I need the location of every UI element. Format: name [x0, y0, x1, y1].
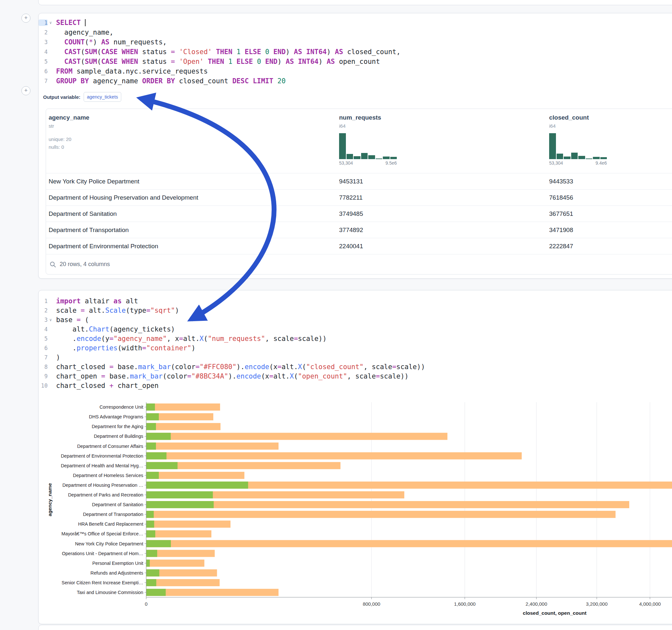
fold-caret-icon[interactable]: ∨	[48, 20, 53, 25]
output-variable-chip[interactable]: agency_tickets	[83, 92, 121, 102]
line-number: 4	[39, 49, 48, 55]
code-text: CAST(SUM(CASE WHEN status = 'Closed' THE…	[53, 48, 400, 56]
column-header-agency_name[interactable]: agency_namestrunique: 20nulls: 0	[49, 114, 90, 151]
gridlines	[371, 402, 650, 597]
closed-count-bar	[146, 530, 211, 537]
code-text: CAST(SUM(CASE WHEN status = 'Open' THEN …	[53, 58, 380, 66]
code-line[interactable]: 6FROM sample_data.nyc.service_requests	[39, 67, 672, 76]
code-line[interactable]: 3 COUNT(*) AS num_requests,	[39, 37, 672, 47]
open-count-bar	[146, 560, 150, 567]
code-text: )	[53, 354, 60, 361]
svg-text:2,400,000: 2,400,000	[526, 601, 547, 607]
column-histogram	[339, 133, 397, 159]
table-footer: 20 rows, 4 columns	[46, 254, 672, 274]
line-number: 10	[39, 382, 48, 389]
line-number: 7	[39, 78, 48, 84]
code-line[interactable]: 1import altair as alt	[39, 296, 672, 306]
table-header: agency_namestrunique: 20nulls: 0num_requ…	[46, 109, 672, 173]
table-row[interactable]: Department of Environmental Protection22…	[46, 238, 672, 254]
column-type: str	[49, 123, 90, 129]
code-line[interactable]: 9chart_open = base.mark_bar(color="#8BC3…	[39, 371, 672, 381]
add-cell-button-middle[interactable]: +	[21, 86, 30, 95]
code-line[interactable]: 7)	[39, 353, 672, 362]
open-count-bar	[146, 530, 155, 537]
sql-editor[interactable]: 1∨SELECT 2 agency_name,3 COUNT(*) AS num…	[39, 13, 672, 86]
code-text: chart_closed + chart_open	[53, 382, 159, 390]
svg-text:Department of Health and Menta: Department of Health and Mental Hyg…	[61, 463, 143, 468]
svg-text:Department of Environmental Pr: Department of Environmental Protection	[61, 453, 143, 459]
table-cell: 7782211	[339, 190, 363, 205]
table-cell: 2240041	[339, 238, 363, 254]
closed-count-bar	[146, 511, 616, 518]
code-text: chart_closed = base.mark_bar(color="#FFC…	[53, 363, 425, 371]
line-number: 6	[39, 68, 48, 75]
open-count-bar	[146, 540, 171, 547]
table-footer-summary: 20 rows, 4 columns	[59, 261, 110, 268]
column-stats: unique: 20nulls: 0	[49, 136, 90, 151]
code-line[interactable]: 5 CAST(SUM(CASE WHEN status = 'Open' THE…	[39, 57, 672, 67]
code-text: agency_name,	[53, 28, 114, 36]
svg-text:Refunds and Adjustments: Refunds and Adjustments	[91, 571, 143, 576]
histogram-range-labels: 53,3049.5e6	[339, 161, 397, 166]
code-text: .properties(width="container")	[53, 344, 195, 352]
open-count-bar	[146, 579, 156, 586]
code-line[interactable]: 1∨SELECT	[39, 18, 672, 28]
code-text: alt.Chart(agency_tickets)	[53, 325, 175, 333]
column-header-num_requests[interactable]: num_requestsi6453,3049.5e6	[339, 114, 397, 166]
closed-count-bar	[146, 423, 220, 430]
code-line[interactable]: 4 alt.Chart(agency_tickets)	[39, 324, 672, 334]
table-body: New York City Police Department945313194…	[46, 173, 672, 254]
table-cell: 3749485	[339, 206, 363, 222]
code-line[interactable]: 4 CAST(SUM(CASE WHEN status = 'Closed' T…	[39, 47, 672, 57]
table-cell: Department of Transportation	[49, 222, 129, 238]
code-line[interactable]: 7GROUP BY agency_name ORDER BY closed_co…	[39, 76, 672, 86]
open-count-bar	[146, 462, 178, 469]
table-cell: Department of Sanitation	[49, 206, 117, 222]
table-row[interactable]: Department of Transportation377489234719…	[46, 222, 672, 238]
line-number: 5	[39, 335, 48, 342]
bars	[146, 404, 672, 596]
closed-count-bar	[146, 404, 220, 411]
table-cell: 3471908	[549, 222, 573, 238]
svg-text:Department of Transportation: Department of Transportation	[83, 512, 143, 517]
add-cell-button-top[interactable]: +	[21, 14, 30, 23]
code-line[interactable]: 3∨base = (	[39, 315, 672, 324]
closed-count-bar	[146, 579, 220, 586]
table-row[interactable]: New York City Police Department945313194…	[46, 173, 672, 189]
code-line[interactable]: 5 .encode(y="agency_name", x=alt.X("num_…	[39, 334, 672, 343]
code-line[interactable]: 2scale = alt.Scale(type="sqrt")	[39, 306, 672, 315]
code-text: GROUP BY agency_name ORDER BY closed_cou…	[53, 77, 286, 85]
line-number: 1	[39, 20, 48, 26]
svg-text:Operations Unit - Department o: Operations Unit - Department of Hom…	[62, 551, 143, 556]
output-variable-label: Output variable:	[43, 94, 80, 100]
line-number: 8	[39, 364, 48, 370]
svg-text:Department of Parks and Recrea: Department of Parks and Recreation	[68, 492, 143, 498]
closed-count-bar	[146, 472, 244, 479]
fold-caret-icon[interactable]: ∨	[48, 318, 53, 322]
table-cell: Department of Environmental Protection	[49, 238, 158, 254]
line-number: 7	[39, 354, 48, 361]
python-editor[interactable]: 1import altair as alt2scale = alt.Scale(…	[39, 290, 672, 390]
svg-text:800,000: 800,000	[363, 601, 380, 607]
open-count-bar	[146, 404, 155, 411]
open-count-bar	[146, 550, 157, 557]
svg-text:1,600,000: 1,600,000	[454, 601, 476, 607]
column-header-closed_count[interactable]: closed_counti6453,3049.4e6	[549, 114, 607, 166]
svg-text:3,200,000: 3,200,000	[586, 601, 608, 607]
line-number: 3	[39, 39, 48, 45]
closed-count-bar	[146, 453, 522, 460]
search-icon[interactable]	[49, 261, 56, 268]
open-count-bar	[146, 453, 167, 460]
open-count-bar	[146, 491, 213, 499]
code-line[interactable]: 8chart_closed = base.mark_bar(color="#FF…	[39, 362, 672, 371]
table-row[interactable]: Department of Housing Preservation and D…	[46, 189, 672, 205]
code-line[interactable]: 6 .properties(width="container")	[39, 343, 672, 353]
code-line[interactable]: 2 agency_name,	[39, 28, 672, 37]
line-number: 6	[39, 345, 48, 351]
code-line[interactable]: 10chart_closed + chart_open	[39, 381, 672, 390]
line-number: 1	[39, 298, 48, 304]
line-number: 2	[39, 307, 48, 314]
x-axis-labels: 0800,0001,600,0002,400,0003,200,0004,000…	[145, 597, 661, 607]
table-row[interactable]: Department of Sanitation37494853677651	[46, 205, 672, 222]
svg-text:Senior Citizen Rent Increase E: Senior Citizen Rent Increase Exempti…	[62, 580, 143, 585]
